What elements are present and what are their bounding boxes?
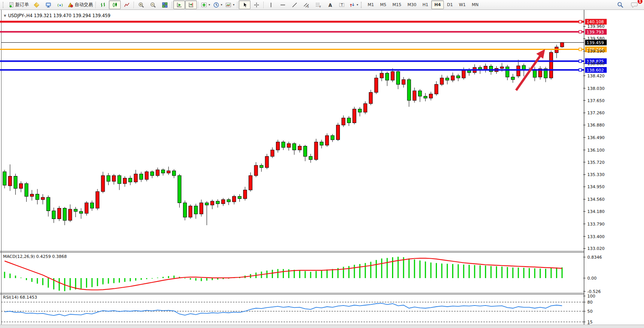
svg-text:138.602: 138.602 bbox=[587, 68, 604, 73]
svg-text:138.420: 138.420 bbox=[587, 74, 605, 78]
chart-title-bar: ▼ USDJPY-,H4 139.321 139.470 139.294 139… bbox=[4, 13, 110, 18]
svg-text:133.400: 133.400 bbox=[587, 234, 605, 239]
zoom-in-icon bbox=[138, 2, 144, 8]
toolbar-separator bbox=[96, 2, 96, 8]
horizontal-line-icon bbox=[280, 2, 286, 8]
vertical-line-icon bbox=[268, 2, 274, 8]
svg-text:136.490: 136.490 bbox=[587, 135, 605, 140]
svg-text:T: T bbox=[340, 3, 343, 7]
new-order-button[interactable]: 新订单 bbox=[6, 0, 30, 9]
svg-text:138.800: 138.800 bbox=[587, 61, 605, 66]
new-order-icon bbox=[8, 2, 14, 8]
metaeditor-icon bbox=[33, 2, 40, 8]
fibonacci-icon: F bbox=[315, 2, 321, 8]
cursor-icon bbox=[242, 2, 248, 8]
periods-button[interactable]: ▾ bbox=[212, 0, 224, 9]
candlestick-icon bbox=[112, 2, 118, 8]
tile-windows-button[interactable] bbox=[159, 0, 171, 9]
crosshair-icon bbox=[253, 2, 260, 8]
chart-window[interactable]: MACD(12,26,9) 0.4259 0.38680.83460.00-0.… bbox=[0, 10, 644, 328]
crosshair-button[interactable] bbox=[250, 0, 262, 9]
collapse-chart-icon[interactable]: ▼ bbox=[4, 14, 6, 18]
hline-marker-139.244 bbox=[579, 48, 582, 51]
toolbar-separator bbox=[198, 2, 198, 8]
bar-chart-button[interactable] bbox=[97, 0, 109, 9]
chat-bubble-icon bbox=[631, 2, 638, 8]
vertical-line-button[interactable] bbox=[265, 0, 277, 9]
svg-text:137.260: 137.260 bbox=[587, 110, 605, 115]
dropdown-caret-icon: ▾ bbox=[357, 3, 358, 6]
trendline-icon bbox=[292, 2, 298, 8]
signals-button[interactable] bbox=[54, 0, 66, 9]
line-chart-icon bbox=[124, 2, 130, 8]
autotrading-icon bbox=[67, 2, 73, 8]
text-label-button[interactable]: T bbox=[336, 0, 348, 9]
toolbar-groups: 新订单自动交易▾▾▾EFAT▾ bbox=[2, 0, 360, 9]
arrows-button[interactable]: ▾ bbox=[348, 0, 360, 9]
toolbar-grip bbox=[361, 2, 363, 8]
search-icon bbox=[617, 2, 623, 8]
line-chart-button[interactable] bbox=[121, 0, 132, 9]
chart-shift-icon bbox=[188, 2, 194, 8]
svg-text:134.180: 134.180 bbox=[587, 209, 605, 214]
horizontal-line-button[interactable] bbox=[277, 0, 289, 9]
svg-text:138.030: 138.030 bbox=[587, 86, 605, 91]
trendline-button[interactable] bbox=[289, 0, 300, 9]
timeframe-button-m15[interactable]: M15 bbox=[389, 0, 405, 9]
notifications-button[interactable]: 1 bbox=[628, 0, 640, 9]
svg-text:50: 50 bbox=[587, 309, 593, 314]
metaeditor-button[interactable] bbox=[30, 0, 42, 9]
zoom-out-button[interactable] bbox=[147, 0, 159, 9]
svg-text:133.020: 133.020 bbox=[587, 246, 605, 251]
text-icon: A bbox=[327, 2, 333, 8]
svg-text:133.790: 133.790 bbox=[587, 222, 605, 227]
autotrading-button[interactable]: 自动交易 bbox=[66, 0, 94, 9]
signals-icon bbox=[57, 2, 63, 8]
experts-button[interactable] bbox=[42, 0, 54, 9]
timeframe-button-w1[interactable]: W1 bbox=[456, 0, 469, 9]
chart-canvas[interactable]: MACD(12,26,9) 0.4259 0.38680.83460.00-0.… bbox=[0, 10, 644, 328]
equidistant-channel-button[interactable]: E bbox=[300, 0, 312, 9]
cursor-button[interactable] bbox=[239, 0, 250, 9]
svg-text:-0.526: -0.526 bbox=[587, 289, 601, 294]
toolbar-grip bbox=[3, 2, 5, 8]
templates-button[interactable]: ▾ bbox=[224, 0, 236, 9]
timeframe-button-mn[interactable]: MN bbox=[469, 0, 482, 9]
timeframe-button-m5[interactable]: M5 bbox=[377, 0, 390, 9]
new-order-button-label: 新订单 bbox=[15, 2, 29, 8]
fibonacci-button[interactable]: F bbox=[312, 0, 324, 9]
notification-badge: 1 bbox=[638, 0, 642, 4]
dropdown-caret-icon: ▾ bbox=[233, 3, 234, 6]
auto-scroll-button[interactable] bbox=[173, 0, 185, 9]
timeframe-button-m30[interactable]: M30 bbox=[405, 0, 420, 9]
toolbar-separator bbox=[172, 2, 172, 8]
text-button[interactable]: A bbox=[324, 0, 336, 9]
candlestick-button[interactable] bbox=[109, 0, 121, 9]
svg-text:0.00: 0.00 bbox=[587, 276, 597, 281]
search-button[interactable] bbox=[614, 0, 626, 9]
indicators-icon bbox=[201, 2, 207, 8]
timeframe-button-m1[interactable]: M1 bbox=[365, 0, 377, 9]
svg-text:E: E bbox=[307, 5, 309, 8]
svg-text:139.580: 139.580 bbox=[587, 36, 605, 41]
timeframe-toolbar: M1M5M15M30H1H4D1W1MN bbox=[365, 0, 481, 9]
hline-marker-138.602 bbox=[579, 69, 582, 71]
timeframe-button-h4[interactable]: H4 bbox=[431, 0, 444, 9]
hline-marker-140.108 bbox=[579, 21, 582, 23]
svg-text:139.793: 139.793 bbox=[587, 30, 604, 35]
chart-title: USDJPY-,H4 139.321 139.470 139.294 139.4… bbox=[8, 13, 110, 18]
svg-text:139.190: 139.190 bbox=[587, 49, 605, 54]
svg-text:135.720: 135.720 bbox=[587, 160, 605, 165]
dropdown-caret-icon: ▾ bbox=[221, 3, 222, 6]
toolbar-separator bbox=[134, 2, 134, 8]
zoom-in-button[interactable] bbox=[135, 0, 147, 9]
toolbar-right: 1 bbox=[614, 0, 642, 9]
periods-icon bbox=[213, 2, 219, 8]
rsi-label: RSI(14) 68.1453 bbox=[3, 295, 37, 300]
templates-icon bbox=[225, 2, 231, 8]
indicators-button[interactable]: ▾ bbox=[199, 0, 212, 9]
timeframe-button-d1[interactable]: D1 bbox=[444, 0, 456, 9]
timeframe-button-h1[interactable]: H1 bbox=[419, 0, 431, 9]
chart-shift-button[interactable] bbox=[185, 0, 197, 9]
svg-text:136.880: 136.880 bbox=[587, 123, 605, 128]
